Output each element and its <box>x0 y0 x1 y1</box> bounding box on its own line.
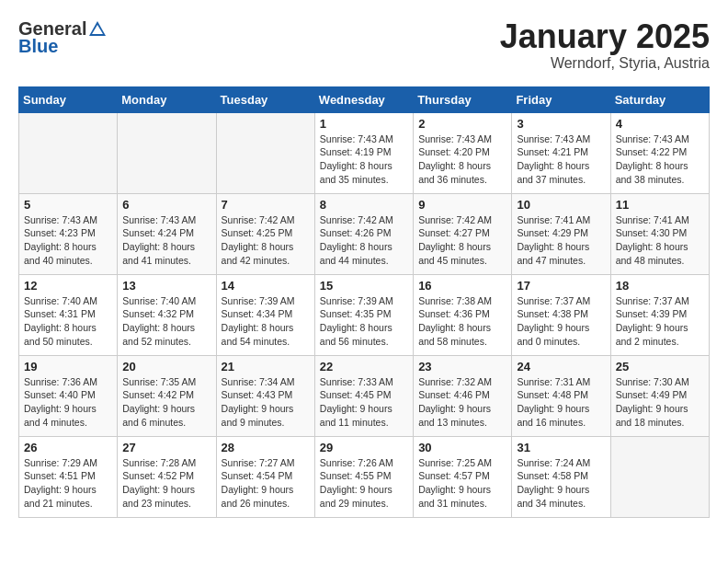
weekday-header-friday: Friday <box>512 86 610 112</box>
calendar-cell: 31Sunrise: 7:24 AM Sunset: 4:58 PM Dayli… <box>512 436 610 517</box>
day-number: 24 <box>517 360 605 373</box>
cell-content: Sunrise: 7:38 AM Sunset: 4:36 PM Dayligh… <box>418 294 506 349</box>
calendar-cell: 4Sunrise: 7:43 AM Sunset: 4:22 PM Daylig… <box>610 112 709 193</box>
cell-content: Sunrise: 7:40 AM Sunset: 4:31 PM Dayligh… <box>24 294 112 349</box>
week-row-4: 19Sunrise: 7:36 AM Sunset: 4:40 PM Dayli… <box>19 355 710 436</box>
calendar-cell: 28Sunrise: 7:27 AM Sunset: 4:54 PM Dayli… <box>216 436 314 517</box>
cell-content: Sunrise: 7:37 AM Sunset: 4:38 PM Dayligh… <box>517 294 605 349</box>
week-row-5: 26Sunrise: 7:29 AM Sunset: 4:51 PM Dayli… <box>19 436 710 517</box>
cell-content: Sunrise: 7:26 AM Sunset: 4:55 PM Dayligh… <box>320 456 408 511</box>
cell-content: Sunrise: 7:42 AM Sunset: 4:25 PM Dayligh… <box>222 213 310 268</box>
day-number: 6 <box>122 198 210 212</box>
calendar-cell: 23Sunrise: 7:32 AM Sunset: 4:46 PM Dayli… <box>414 355 512 436</box>
day-number: 22 <box>320 360 408 373</box>
calendar-cell: 16Sunrise: 7:38 AM Sunset: 4:36 PM Dayli… <box>414 274 512 355</box>
weekday-header-tuesday: Tuesday <box>216 86 314 112</box>
weekday-header-row: SundayMondayTuesdayWednesdayThursdayFrid… <box>19 86 710 112</box>
day-number: 5 <box>24 198 112 212</box>
cell-content: Sunrise: 7:29 AM Sunset: 4:51 PM Dayligh… <box>24 456 112 511</box>
cell-content: Sunrise: 7:43 AM Sunset: 4:22 PM Dayligh… <box>616 132 704 187</box>
day-number: 26 <box>24 441 112 454</box>
day-number: 28 <box>222 441 310 454</box>
logo: General Blue <box>18 18 108 57</box>
calendar-cell: 8Sunrise: 7:42 AM Sunset: 4:26 PM Daylig… <box>314 193 413 274</box>
cell-content: Sunrise: 7:34 AM Sunset: 4:43 PM Dayligh… <box>222 375 310 430</box>
calendar-cell: 21Sunrise: 7:34 AM Sunset: 4:43 PM Dayli… <box>216 355 314 436</box>
calendar-cell <box>19 112 118 193</box>
day-number: 18 <box>616 279 704 293</box>
calendar-cell: 26Sunrise: 7:29 AM Sunset: 4:51 PM Dayli… <box>19 436 118 517</box>
day-number: 14 <box>222 279 310 293</box>
calendar-cell: 29Sunrise: 7:26 AM Sunset: 4:55 PM Dayli… <box>314 436 413 517</box>
week-row-3: 12Sunrise: 7:40 AM Sunset: 4:31 PM Dayli… <box>19 274 710 355</box>
calendar-cell: 12Sunrise: 7:40 AM Sunset: 4:31 PM Dayli… <box>19 274 118 355</box>
weekday-header-thursday: Thursday <box>414 86 512 112</box>
calendar-cell: 20Sunrise: 7:35 AM Sunset: 4:42 PM Dayli… <box>118 355 216 436</box>
calendar-cell: 30Sunrise: 7:25 AM Sunset: 4:57 PM Dayli… <box>414 436 512 517</box>
day-number: 3 <box>517 117 605 131</box>
cell-content: Sunrise: 7:37 AM Sunset: 4:39 PM Dayligh… <box>616 294 704 349</box>
day-number: 7 <box>222 198 310 212</box>
calendar-table: SundayMondayTuesdayWednesdayThursdayFrid… <box>18 86 710 518</box>
title-block: January 2025 Werndorf, Styria, Austria <box>500 18 710 72</box>
calendar-cell <box>216 112 314 193</box>
day-number: 15 <box>320 279 408 293</box>
calendar-cell: 11Sunrise: 7:41 AM Sunset: 4:30 PM Dayli… <box>610 193 709 274</box>
day-number: 21 <box>222 360 310 373</box>
cell-content: Sunrise: 7:36 AM Sunset: 4:40 PM Dayligh… <box>24 375 112 430</box>
cell-content: Sunrise: 7:32 AM Sunset: 4:46 PM Dayligh… <box>418 375 506 430</box>
cell-content: Sunrise: 7:39 AM Sunset: 4:34 PM Dayligh… <box>222 294 310 349</box>
weekday-header-saturday: Saturday <box>610 86 709 112</box>
day-number: 17 <box>517 279 605 293</box>
day-number: 30 <box>418 441 506 454</box>
cell-content: Sunrise: 7:28 AM Sunset: 4:52 PM Dayligh… <box>122 456 210 511</box>
calendar-cell: 17Sunrise: 7:37 AM Sunset: 4:38 PM Dayli… <box>512 274 610 355</box>
calendar-cell: 25Sunrise: 7:30 AM Sunset: 4:49 PM Dayli… <box>610 355 709 436</box>
calendar-cell: 27Sunrise: 7:28 AM Sunset: 4:52 PM Dayli… <box>118 436 216 517</box>
cell-content: Sunrise: 7:42 AM Sunset: 4:26 PM Dayligh… <box>320 213 408 268</box>
calendar-cell: 13Sunrise: 7:40 AM Sunset: 4:32 PM Dayli… <box>118 274 216 355</box>
calendar-cell: 24Sunrise: 7:31 AM Sunset: 4:48 PM Dayli… <box>512 355 610 436</box>
cell-content: Sunrise: 7:31 AM Sunset: 4:48 PM Dayligh… <box>517 375 605 430</box>
day-number: 4 <box>616 117 704 131</box>
day-number: 10 <box>517 198 605 212</box>
calendar-cell: 22Sunrise: 7:33 AM Sunset: 4:45 PM Dayli… <box>314 355 413 436</box>
day-number: 12 <box>24 279 112 293</box>
logo-icon <box>87 19 108 40</box>
day-number: 16 <box>418 279 506 293</box>
day-number: 8 <box>320 198 408 212</box>
day-number: 13 <box>122 279 210 293</box>
cell-content: Sunrise: 7:43 AM Sunset: 4:24 PM Dayligh… <box>122 213 210 268</box>
calendar-cell <box>610 436 709 517</box>
day-number: 9 <box>418 198 506 212</box>
week-row-2: 5Sunrise: 7:43 AM Sunset: 4:23 PM Daylig… <box>19 193 710 274</box>
calendar-cell <box>118 112 216 193</box>
page-header: General Blue January 2025 Werndorf, Styr… <box>18 18 710 72</box>
day-number: 1 <box>320 117 408 131</box>
calendar-cell: 15Sunrise: 7:39 AM Sunset: 4:35 PM Dayli… <box>314 274 413 355</box>
location-subtitle: Werndorf, Styria, Austria <box>500 55 710 72</box>
calendar-cell: 1Sunrise: 7:43 AM Sunset: 4:19 PM Daylig… <box>314 112 413 193</box>
cell-content: Sunrise: 7:40 AM Sunset: 4:32 PM Dayligh… <box>122 294 210 349</box>
cell-content: Sunrise: 7:42 AM Sunset: 4:27 PM Dayligh… <box>418 213 506 268</box>
cell-content: Sunrise: 7:39 AM Sunset: 4:35 PM Dayligh… <box>320 294 408 349</box>
calendar-cell: 3Sunrise: 7:43 AM Sunset: 4:21 PM Daylig… <box>512 112 610 193</box>
cell-content: Sunrise: 7:41 AM Sunset: 4:30 PM Dayligh… <box>616 213 704 268</box>
calendar-cell: 14Sunrise: 7:39 AM Sunset: 4:34 PM Dayli… <box>216 274 314 355</box>
day-number: 27 <box>122 441 210 454</box>
cell-content: Sunrise: 7:30 AM Sunset: 4:49 PM Dayligh… <box>616 375 704 430</box>
calendar-cell: 9Sunrise: 7:42 AM Sunset: 4:27 PM Daylig… <box>414 193 512 274</box>
weekday-header-wednesday: Wednesday <box>314 86 413 112</box>
calendar-cell: 19Sunrise: 7:36 AM Sunset: 4:40 PM Dayli… <box>19 355 118 436</box>
weekday-header-monday: Monday <box>118 86 216 112</box>
calendar-cell: 6Sunrise: 7:43 AM Sunset: 4:24 PM Daylig… <box>118 193 216 274</box>
day-number: 23 <box>418 360 506 373</box>
calendar-cell: 18Sunrise: 7:37 AM Sunset: 4:39 PM Dayli… <box>610 274 709 355</box>
cell-content: Sunrise: 7:35 AM Sunset: 4:42 PM Dayligh… <box>122 375 210 430</box>
day-number: 11 <box>616 198 704 212</box>
month-title: January 2025 <box>500 18 710 55</box>
cell-content: Sunrise: 7:24 AM Sunset: 4:58 PM Dayligh… <box>517 456 605 511</box>
day-number: 20 <box>122 360 210 373</box>
cell-content: Sunrise: 7:25 AM Sunset: 4:57 PM Dayligh… <box>418 456 506 511</box>
cell-content: Sunrise: 7:33 AM Sunset: 4:45 PM Dayligh… <box>320 375 408 430</box>
